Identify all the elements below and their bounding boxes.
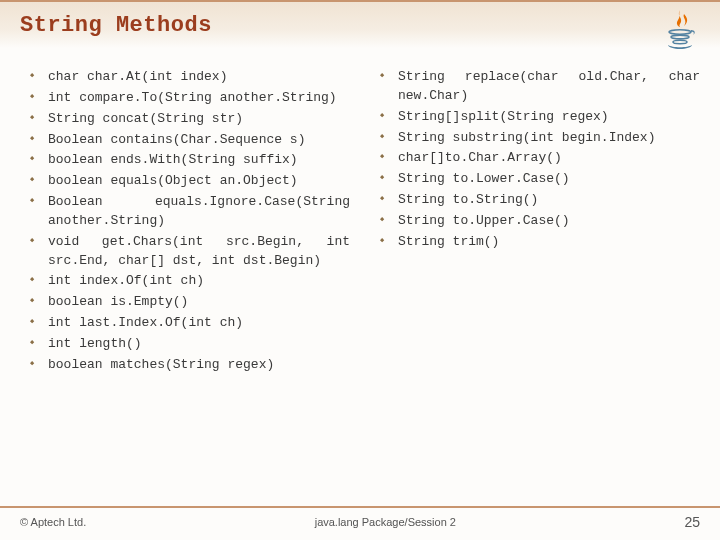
svg-point-1 xyxy=(671,35,689,39)
method-item: boolean matches(String regex) xyxy=(30,356,350,375)
method-item: Boolean equals.Ignore.Case(String anothe… xyxy=(30,193,350,231)
method-item: boolean is.Empty() xyxy=(30,293,350,312)
method-item: char[]to.Char.Array() xyxy=(380,149,700,168)
footer-subtitle: java.lang Package/Session 2 xyxy=(86,516,684,528)
method-item: boolean ends.With(String suffix) xyxy=(30,151,350,170)
right-column: String replace(char old.Char, char new.C… xyxy=(380,68,700,377)
svg-point-0 xyxy=(669,30,691,34)
left-column: char char.At(int index)int compare.To(St… xyxy=(30,68,350,377)
method-item: String to.Lower.Case() xyxy=(380,170,700,189)
method-item: int compare.To(String another.String) xyxy=(30,89,350,108)
slide-content: char char.At(int index)int compare.To(St… xyxy=(0,48,720,377)
method-item: String replace(char old.Char, char new.C… xyxy=(380,68,700,106)
method-item: int length() xyxy=(30,335,350,354)
footer-page-number: 25 xyxy=(684,514,700,530)
method-item: String[]split(String regex) xyxy=(380,108,700,127)
method-item: char char.At(int index) xyxy=(30,68,350,87)
method-item: String concat(String str) xyxy=(30,110,350,129)
slide-header: String Methods xyxy=(0,0,720,48)
method-item: void get.Chars(int src.Begin, int src.En… xyxy=(30,233,350,271)
slide-footer: © Aptech Ltd. java.lang Package/Session … xyxy=(0,506,720,530)
footer-copyright: © Aptech Ltd. xyxy=(20,516,86,528)
java-logo-icon xyxy=(658,6,702,50)
method-item: boolean equals(Object an.Object) xyxy=(30,172,350,191)
method-item: String trim() xyxy=(380,233,700,252)
method-item: int index.Of(int ch) xyxy=(30,272,350,291)
method-item: String substring(int begin.Index) xyxy=(380,129,700,148)
slide-title: String Methods xyxy=(20,13,212,38)
method-item: String to.String() xyxy=(380,191,700,210)
method-item: Boolean contains(Char.Sequence s) xyxy=(30,131,350,150)
method-item: int last.Index.Of(int ch) xyxy=(30,314,350,333)
method-item: String to.Upper.Case() xyxy=(380,212,700,231)
svg-point-2 xyxy=(673,40,687,43)
